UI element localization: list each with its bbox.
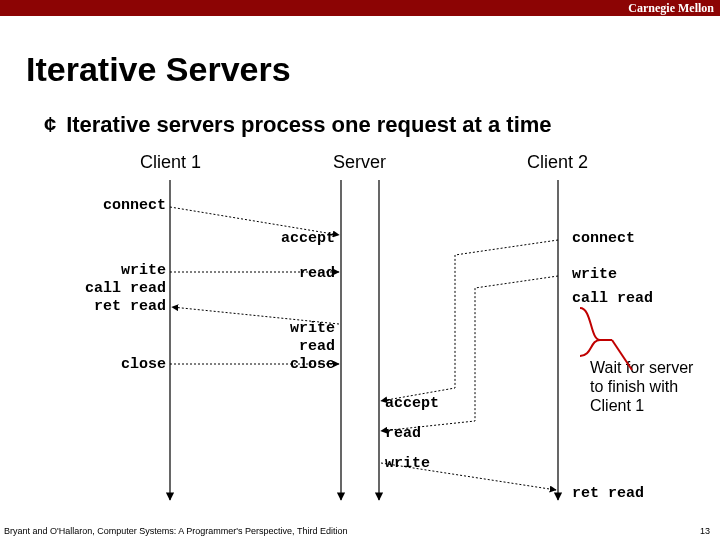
sequence-diagram — [0, 0, 720, 540]
svg-line-4 — [170, 207, 339, 235]
svg-line-9 — [612, 340, 632, 370]
svg-line-8 — [381, 463, 556, 490]
svg-line-6 — [172, 307, 339, 324]
